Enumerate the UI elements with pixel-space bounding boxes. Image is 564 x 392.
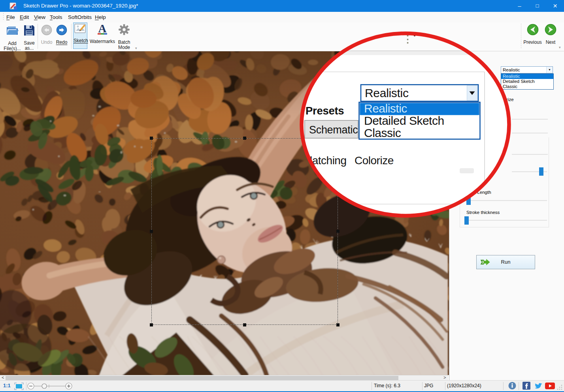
svg-text:latching: latching	[310, 154, 347, 167]
svg-text:Realistic: Realistic	[365, 86, 409, 99]
svg-text:Realistic: Realistic	[364, 102, 407, 115]
svg-text:Colorize: Colorize	[355, 154, 394, 167]
svg-text:Schematic: Schematic	[309, 124, 358, 136]
svg-text:Detailed Sketch: Detailed Sketch	[364, 114, 444, 127]
svg-text:Classic: Classic	[364, 126, 401, 139]
svg-text:Presets: Presets	[306, 105, 344, 117]
